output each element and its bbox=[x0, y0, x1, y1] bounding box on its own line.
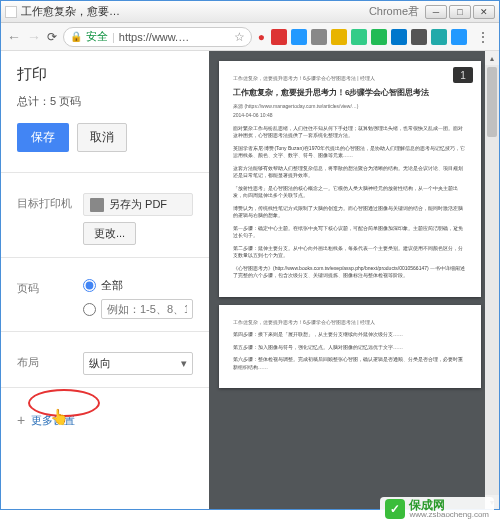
divider bbox=[1, 387, 209, 388]
page-number-badge: 1 bbox=[453, 67, 473, 83]
pages-range-option[interactable] bbox=[83, 299, 193, 319]
print-preview-pane: 1 工作愈复杂，愈要提升思考力！6步骤学会心智图思考法 | 经理人 工作愈复杂，… bbox=[209, 51, 499, 509]
chevron-down-icon: ▾ bbox=[181, 357, 187, 370]
divider bbox=[1, 331, 209, 332]
url-text: https://www.… bbox=[119, 31, 189, 43]
window-title: 工作愈复杂，愈要… bbox=[21, 4, 369, 19]
back-button[interactable]: ← bbox=[7, 29, 21, 45]
pages-all-radio[interactable] bbox=[83, 279, 96, 292]
watermark-url: www.zsbaocheng.com bbox=[409, 511, 489, 519]
pages-all-option[interactable]: 全部 bbox=[83, 278, 193, 293]
more-settings-toggle[interactable]: + 更多设置 bbox=[17, 412, 193, 428]
pages-range-input[interactable] bbox=[101, 299, 193, 319]
plus-icon: + bbox=[17, 412, 25, 428]
extension-icon-8[interactable] bbox=[431, 29, 447, 45]
doc-date: 2014-04-06 10:48 bbox=[233, 112, 467, 120]
extension-icon-6[interactable] bbox=[391, 29, 407, 45]
browser-toolbar: ← → ⟳ 🔒 安全 | https://www.… ☆ ● ⋮ bbox=[1, 23, 499, 51]
pages-range-radio[interactable] bbox=[83, 303, 96, 316]
address-bar[interactable]: 🔒 安全 | https://www.… ☆ bbox=[63, 27, 252, 47]
record-icon[interactable]: ● bbox=[258, 30, 265, 44]
watermark-logo-icon: ✓ bbox=[385, 499, 405, 519]
more-settings-label: 更多设置 bbox=[31, 413, 75, 428]
scroll-track[interactable] bbox=[485, 65, 499, 495]
scroll-up-button[interactable]: ▴ bbox=[485, 51, 499, 65]
scroll-thumb[interactable] bbox=[487, 67, 497, 137]
browser-menu-button[interactable]: ⋮ bbox=[473, 29, 493, 45]
divider bbox=[1, 257, 209, 258]
tab-favicon bbox=[5, 6, 17, 18]
lock-icon: 🔒 bbox=[70, 31, 82, 42]
extension-icon-0[interactable] bbox=[271, 29, 287, 45]
destination-label: 目标打印机 bbox=[17, 193, 73, 211]
change-destination-button[interactable]: 更改... bbox=[83, 222, 136, 245]
extension-icon-2[interactable] bbox=[311, 29, 327, 45]
pages-label: 页码 bbox=[17, 278, 73, 296]
extension-icon-4[interactable] bbox=[351, 29, 367, 45]
preview-page-2: 工作愈复杂，愈要提升思考力！6步骤学会心智图思考法 | 经理人 第四步骤：接下来… bbox=[219, 305, 481, 389]
watermark: ✓ 保成网 www.zsbaocheng.com bbox=[380, 497, 494, 521]
extension-icon-1[interactable] bbox=[291, 29, 307, 45]
save-button[interactable]: 保存 bbox=[17, 123, 69, 152]
preview-scrollbar[interactable]: ▴ ▾ bbox=[485, 51, 499, 509]
extension-icon-5[interactable] bbox=[371, 29, 387, 45]
print-title: 打印 bbox=[17, 65, 193, 84]
doc-title: 工作愈复杂，愈要提升思考力！6步骤学会心智图思考法 bbox=[233, 87, 467, 99]
preview-page-1: 工作愈复杂，愈要提升思考力！6步骤学会心智图思考法 | 经理人 工作愈复杂，愈要… bbox=[219, 61, 481, 297]
layout-select[interactable]: 纵向 ▾ bbox=[83, 352, 193, 375]
layout-label: 布局 bbox=[17, 352, 73, 370]
forward-button[interactable]: → bbox=[27, 29, 41, 45]
pdf-icon bbox=[90, 198, 104, 212]
window-maximize-button[interactable]: □ bbox=[449, 5, 471, 19]
destination-value: 另存为 PDF bbox=[83, 193, 193, 216]
extension-icon-9[interactable] bbox=[451, 29, 467, 45]
extension-icon-3[interactable] bbox=[331, 29, 347, 45]
window-close-button[interactable]: ✕ bbox=[473, 5, 495, 19]
bookmark-star-icon[interactable]: ☆ bbox=[234, 30, 245, 44]
window-titlebar: 工作愈复杂，愈要… Chrome君 ─ □ ✕ bbox=[1, 1, 499, 23]
window-minimize-button[interactable]: ─ bbox=[425, 5, 447, 19]
chrome-label: Chrome君 bbox=[369, 4, 419, 19]
cancel-button[interactable]: 取消 bbox=[77, 123, 127, 152]
print-total: 总计：5 页码 bbox=[17, 94, 193, 109]
secure-label: 安全 bbox=[86, 29, 108, 44]
print-sidebar: 打印 总计：5 页码 保存 取消 目标打印机 另存为 PDF 更改... bbox=[1, 51, 209, 509]
extensions-bar bbox=[271, 29, 467, 45]
divider bbox=[1, 172, 209, 173]
reload-button[interactable]: ⟳ bbox=[47, 30, 57, 44]
extension-icon-7[interactable] bbox=[411, 29, 427, 45]
